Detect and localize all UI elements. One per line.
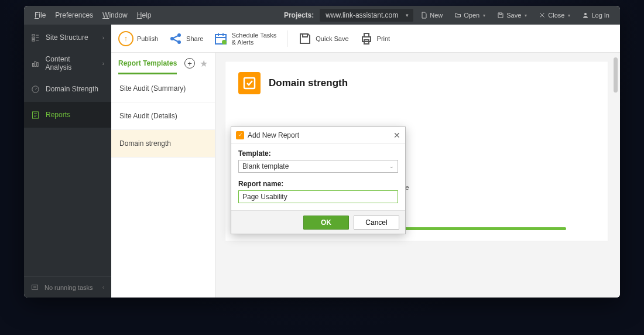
svg-rect-29 [303,34,307,37]
template-select-value: Blank template [242,162,289,170]
add-template-button[interactable]: + [184,58,195,69]
sidebar-item-label: Domain Strength [46,85,98,93]
sidebar-item-label: Reports [46,111,70,119]
svg-line-22 [173,36,178,38]
upload-icon: ↑ [118,31,133,46]
schedule-button[interactable]: Schedule Tasks& Alerts [214,32,276,46]
save-button[interactable]: Save ▾ [492,12,532,19]
tasks-icon [31,283,39,291]
template-item-summary[interactable]: Site Audit (Summary) [111,75,215,102]
login-button[interactable]: Log In [577,12,614,19]
gauge-icon [31,85,40,94]
quick-save-button[interactable]: Quick Save [298,32,348,46]
menu-window[interactable]: Window [98,11,132,19]
report-name-label: Report name: [238,180,398,188]
calendar-icon [214,32,228,46]
sidebar: Site Structure › Content Analysis › Doma… [24,25,111,298]
structure-icon [31,33,40,42]
dialog-title-text: Add New Report [248,131,299,139]
sidebar-item-site-structure[interactable]: Site Structure › [24,25,111,50]
share-icon [169,32,183,46]
bar-chart-icon [31,59,40,68]
svg-rect-2 [32,37,35,39]
close-button[interactable]: Close ▾ [534,12,575,19]
chevron-right-icon: › [102,60,104,67]
svg-rect-3 [32,39,35,41]
svg-point-28 [222,40,227,45]
template-field-label: Template: [238,149,398,158]
project-select[interactable]: www.link-assistant.com ▾ [320,9,413,22]
cancel-button[interactable]: Cancel [354,216,399,230]
save-icon [497,12,504,19]
templates-title: Report Templates [118,59,177,74]
svg-rect-31 [364,33,369,37]
chevron-left-icon[interactable]: ‹ [102,284,104,290]
scrollbar[interactable] [614,57,618,93]
svg-line-11 [36,88,37,90]
star-icon[interactable]: ★ [200,58,208,69]
menu-preferences[interactable]: Preferences [50,11,98,19]
svg-point-0 [584,13,587,15]
open-button[interactable]: Open ▾ [450,12,490,19]
file-icon [420,12,427,19]
user-icon [582,12,589,19]
dialog-titlebar: Add New Report ✕ [231,127,405,143]
new-button[interactable]: New [416,12,447,19]
svg-rect-9 [37,62,38,66]
report-name-input[interactable] [238,190,398,203]
sidebar-footer: No running tasks ‹ [24,276,111,298]
menubar: File Preferences Window Help Projects: w… [24,6,620,25]
dialog-close-button[interactable]: ✕ [393,131,400,140]
chevron-down-icon: ▾ [568,13,570,18]
svg-rect-8 [35,61,36,66]
report-title: Domain strength [269,77,348,89]
sidebar-item-content-analysis[interactable]: Content Analysis › [24,50,111,76]
chevron-down-icon: ▾ [525,13,527,18]
check-icon [238,72,261,94]
check-icon [236,131,244,139]
svg-rect-7 [32,63,33,66]
toolbar: ↑ Publish Share Schedule Tasks& Alerts Q… [111,25,620,53]
chevron-down-icon: ⌄ [389,163,394,169]
ok-button[interactable]: OK [303,216,349,230]
svg-rect-16 [32,285,38,290]
folder-open-icon [454,12,461,19]
svg-rect-1 [32,34,35,36]
sidebar-item-label: Content Analysis [46,55,97,71]
chevron-right-icon: › [102,35,104,41]
template-select[interactable]: Blank template ⌄ [238,160,398,173]
close-icon [539,12,546,19]
sidebar-item-label: Site Structure [46,33,88,42]
templates-panel: Report Templates + ★ Site Audit (Summary… [111,53,215,298]
share-button[interactable]: Share [169,32,203,46]
app-window: File Preferences Window Help Projects: w… [24,6,620,298]
reports-icon [31,111,40,119]
project-selected-value: www.link-assistant.com [326,11,398,19]
menu-help[interactable]: Help [132,11,156,19]
template-item-details[interactable]: Site Audit (Details) [111,102,215,130]
print-button[interactable]: Print [359,32,390,46]
sidebar-item-domain-strength[interactable]: Domain Strength [24,76,111,102]
template-item-domain-strength[interactable]: Domain strength [111,130,215,158]
menu-file[interactable]: File [30,11,50,19]
chevron-down-icon: ▾ [406,12,409,18]
dialog-footer: OK Cancel [231,210,405,234]
save-icon [298,32,312,46]
svg-line-23 [173,39,178,42]
publish-button[interactable]: ↑ Publish [118,31,158,46]
divider [287,30,287,47]
chevron-down-icon: ▾ [483,13,485,18]
print-icon [359,32,374,46]
projects-label: Projects: [284,11,314,19]
running-tasks-label: No running tasks [44,284,93,291]
sidebar-item-reports[interactable]: Reports [24,102,111,128]
templates-header: Report Templates + ★ [111,53,215,75]
add-report-dialog: Add New Report ✕ Template: Blank templat… [231,127,406,234]
